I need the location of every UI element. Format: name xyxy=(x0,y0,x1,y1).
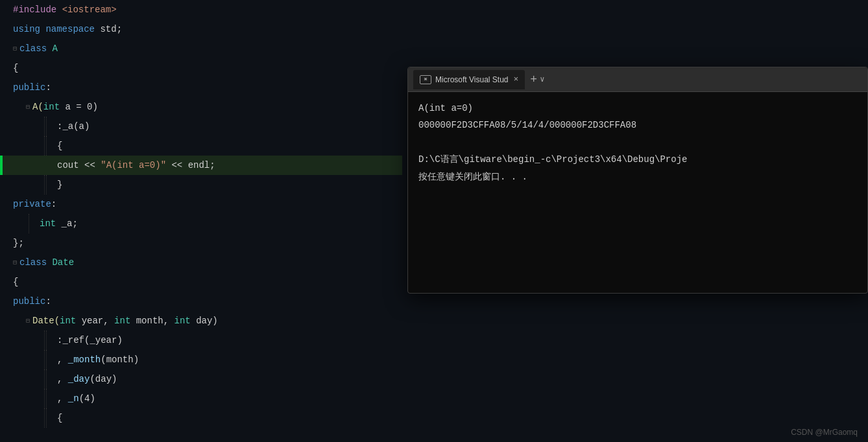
terminal-window: ⌘ Microsoft Visual Stud × + ∨ A(int a=0)… xyxy=(407,67,868,294)
indent-guide xyxy=(46,175,47,194)
code-token: << xyxy=(84,160,101,170)
code-token: #include xyxy=(13,5,62,15)
code-line-19: , _month(month) xyxy=(0,350,402,369)
code-token: public xyxy=(13,296,45,307)
code-line-6: ⊟A(int a = 0) xyxy=(0,97,402,117)
terminal-add-tab-button[interactable]: + xyxy=(530,74,537,86)
code-line-4: { xyxy=(0,58,402,78)
indent-guide xyxy=(46,408,47,428)
terminal-tab[interactable]: ⌘ Microsoft Visual Stud × xyxy=(413,70,525,89)
code-token: _n xyxy=(68,393,79,404)
code-line-9: cout << "A(int a=0)" << endl; xyxy=(0,156,402,175)
code-token: , xyxy=(57,374,68,384)
code-token: : xyxy=(51,199,56,209)
indent-guide xyxy=(44,136,45,156)
code-token: Date xyxy=(52,257,74,268)
code-line-8: { xyxy=(0,136,402,156)
code-token: (4) xyxy=(79,393,95,404)
terminal-body: A(int a=0) 000000F2D3CFFA08/5/14/4/00000… xyxy=(408,92,867,293)
code-token: private xyxy=(13,199,51,209)
terminal-close-button[interactable]: × xyxy=(514,75,519,84)
code-token: } xyxy=(57,180,62,190)
indent-guide xyxy=(44,331,45,350)
terminal-tab-icon: ⌘ xyxy=(420,75,431,84)
terminal-line-4: D:\C语言\gitware\begin_-c\Project3\x64\Deb… xyxy=(418,152,857,167)
code-token: { xyxy=(57,141,62,151)
collapse-icon[interactable]: ⊟ xyxy=(13,259,17,266)
code-token: _a; xyxy=(56,218,78,229)
tab-icon-symbol: ⌘ xyxy=(424,76,428,82)
code-token: : xyxy=(45,82,51,93)
code-line-18: :_ref(_year) xyxy=(0,331,402,350)
indent-guide xyxy=(46,117,47,136)
code-token: year, xyxy=(76,316,114,326)
code-token: <iostream> xyxy=(62,5,117,15)
code-token: { xyxy=(13,277,18,287)
terminal-tab-label: Microsoft Visual Stud xyxy=(435,75,509,84)
indent-guide xyxy=(44,117,45,136)
code-editor: #include <iostream> using namespace std;… xyxy=(0,0,402,442)
code-token: Date( xyxy=(32,316,60,326)
code-line-1: #include <iostream> xyxy=(0,0,402,19)
code-line-14: ⊟class Date xyxy=(0,253,402,272)
watermark: CSDN @MrGaomq xyxy=(791,428,858,437)
code-token: "A(int a=0)" xyxy=(101,160,166,170)
terminal-line-3 xyxy=(418,135,857,150)
collapse-icon[interactable]: ⊟ xyxy=(13,45,17,52)
code-token: , xyxy=(57,355,68,365)
code-token: A( xyxy=(32,102,43,112)
indent-guide xyxy=(44,369,45,389)
code-token: : xyxy=(45,296,51,307)
code-token: int xyxy=(114,316,130,326)
code-line-7: :_a(a) xyxy=(0,117,402,136)
terminal-line-5: 按任意键关闭此窗口. . . xyxy=(418,170,857,184)
code-token: (day) xyxy=(90,374,117,384)
code-token: { xyxy=(13,63,18,73)
code-token: int xyxy=(43,102,60,112)
code-line-23 xyxy=(0,428,402,442)
code-token: day) xyxy=(191,316,218,326)
code-line-2: using namespace std; xyxy=(0,19,402,39)
code-token: { xyxy=(57,413,62,423)
collapse-icon[interactable]: ⊟ xyxy=(26,103,30,111)
watermark-text: CSDN @MrGaomq xyxy=(791,428,858,437)
terminal-line-2: 000000F2D3CFFA08/5/14/4/000000F2D3CFFA08 xyxy=(418,118,857,132)
code-token: << endl; xyxy=(166,160,215,170)
code-line-15: { xyxy=(0,272,402,292)
code-token: class xyxy=(19,43,52,54)
code-line-10: } xyxy=(0,175,402,194)
code-line-21: , _n(4) xyxy=(0,389,402,408)
code-token: a = 0) xyxy=(60,102,98,112)
indent-guide xyxy=(44,350,45,369)
code-token: , xyxy=(57,393,68,404)
indent-guide xyxy=(46,136,47,156)
code-line-12: int _a; xyxy=(0,214,402,233)
indent-guide xyxy=(46,331,47,350)
terminal-line-1: A(int a=0) xyxy=(418,101,857,115)
code-token: _day xyxy=(68,374,90,384)
code-token: :_ref(_year) xyxy=(57,335,123,345)
indent-guide xyxy=(44,175,45,194)
code-token: (month) xyxy=(101,355,139,365)
terminal-titlebar: ⌘ Microsoft Visual Stud × + ∨ xyxy=(408,67,867,92)
code-token: std; xyxy=(100,24,122,34)
code-token: _month xyxy=(68,355,101,365)
code-token: using namespace xyxy=(13,24,100,34)
collapse-icon[interactable]: ⊟ xyxy=(26,317,30,325)
code-line-20: , _day(day) xyxy=(0,369,402,389)
code-line-16: public: xyxy=(0,292,402,311)
code-line-5: public: xyxy=(0,78,402,97)
indent-guide xyxy=(44,389,45,408)
code-token: :_a(a) xyxy=(57,121,90,132)
code-token: int xyxy=(60,316,76,326)
code-token: int xyxy=(40,218,56,229)
indent-guide xyxy=(46,350,47,369)
code-line-13: }; xyxy=(0,233,402,253)
code-token: month, xyxy=(130,316,174,326)
terminal-chevron-button[interactable]: ∨ xyxy=(540,75,544,84)
code-token: class xyxy=(19,257,52,268)
code-line-22: { xyxy=(0,408,402,428)
code-line-11: private: xyxy=(0,194,402,214)
code-line-3: ⊟class A xyxy=(0,39,402,58)
code-token: }; xyxy=(13,238,24,248)
